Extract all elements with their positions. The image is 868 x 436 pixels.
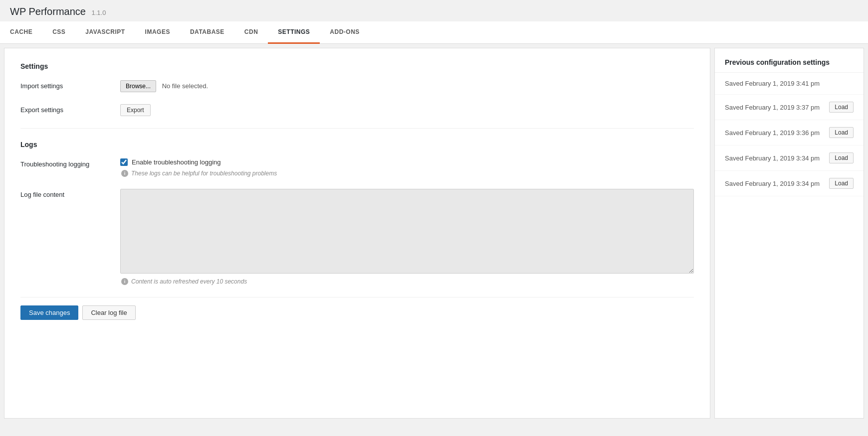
config-item: Saved February 1, 2019 3:34 pmLoad <box>715 145 864 171</box>
log-file-row: Log file content i Content is auto refre… <box>20 189 694 285</box>
import-settings-row: Import settings Browse... No file select… <box>20 80 694 92</box>
tabs-bar: CACHE CSS JAVASCRIPT IMAGES DATABASE CDN… <box>0 21 868 44</box>
clear-log-button[interactable]: Clear log file <box>82 305 135 320</box>
config-item: Saved February 1, 2019 3:34 pmLoad <box>715 171 864 196</box>
main-layout: Settings Import settings Browse... No fi… <box>0 44 868 423</box>
tab-settings[interactable]: SETTINGS <box>268 21 320 44</box>
config-item-text: Saved February 1, 2019 3:34 pm <box>725 180 820 187</box>
log-file-label: Log file content <box>20 189 120 198</box>
import-control: Browse... No file selected. <box>120 80 694 92</box>
load-button[interactable]: Load <box>829 102 854 113</box>
tab-addons[interactable]: ADD-ONS <box>320 21 370 44</box>
config-items: Saved February 1, 2019 3:41 pmSaved Febr… <box>715 73 864 196</box>
troubleshooting-row: Troubleshooting logging Enable troublesh… <box>20 158 694 177</box>
enable-logging-row: Enable troubleshooting logging <box>120 158 694 166</box>
tab-cdn[interactable]: CDN <box>234 21 268 44</box>
tab-javascript[interactable]: JAVASCRIPT <box>75 21 135 44</box>
settings-title: Settings <box>20 62 694 70</box>
export-button[interactable]: Export <box>120 104 151 116</box>
enable-logging-checkbox[interactable] <box>120 158 128 166</box>
config-item: Saved February 1, 2019 3:37 pmLoad <box>715 95 864 120</box>
save-button[interactable]: Save changes <box>20 305 78 320</box>
import-label: Import settings <box>20 80 120 90</box>
sidebar-panel: Previous configuration settings Saved Fe… <box>714 48 864 419</box>
app-header: WP Performance 1.1.0 CACHE CSS JAVASCRIP… <box>0 0 868 44</box>
logging-helper: i These logs can be helpful for troubles… <box>121 170 694 177</box>
load-button[interactable]: Load <box>829 152 854 163</box>
no-file-text: No file selected. <box>162 82 209 90</box>
config-item-text: Saved February 1, 2019 3:34 pm <box>725 154 820 162</box>
logs-title: Logs <box>20 141 694 148</box>
log-file-control: i Content is auto refreshed every 10 sec… <box>120 189 694 285</box>
content-panel: Settings Import settings Browse... No fi… <box>4 48 710 419</box>
load-button[interactable]: Load <box>829 127 854 138</box>
browse-button[interactable]: Browse... <box>120 80 156 92</box>
sidebar-title: Previous configuration settings <box>715 48 864 73</box>
auto-refresh-text: Content is auto refreshed every 10 secon… <box>131 278 247 285</box>
tab-database[interactable]: DATABASE <box>180 21 234 44</box>
logging-helper-text: These logs can be helpful for troublesho… <box>131 170 277 177</box>
config-item-text: Saved February 1, 2019 3:36 pm <box>725 129 820 137</box>
auto-refresh-helper: i Content is auto refreshed every 10 sec… <box>121 278 694 285</box>
export-settings-row: Export settings Export <box>20 104 694 116</box>
config-item-text: Saved February 1, 2019 3:37 pm <box>725 104 820 111</box>
enable-logging-label: Enable troubleshooting logging <box>132 158 221 166</box>
info-icon: i <box>121 170 128 177</box>
action-bar: Save changes Clear log file <box>20 297 694 320</box>
auto-refresh-icon: i <box>121 278 128 285</box>
app-title: WP Performance <box>10 6 86 17</box>
config-item: Saved February 1, 2019 3:36 pmLoad <box>715 120 864 145</box>
config-item: Saved February 1, 2019 3:41 pm <box>715 73 864 95</box>
export-label: Export settings <box>20 104 120 114</box>
troubleshooting-label: Troubleshooting logging <box>20 158 120 168</box>
config-item-text: Saved February 1, 2019 3:41 pm <box>725 80 820 87</box>
troubleshooting-control: Enable troubleshooting logging i These l… <box>120 158 694 177</box>
tab-css[interactable]: CSS <box>42 21 75 44</box>
log-textarea[interactable] <box>120 189 694 274</box>
divider-1 <box>20 128 694 129</box>
tab-cache[interactable]: CACHE <box>0 21 42 44</box>
app-version: 1.1.0 <box>91 9 106 16</box>
load-button[interactable]: Load <box>829 178 854 189</box>
tab-images[interactable]: IMAGES <box>135 21 180 44</box>
export-control: Export <box>120 104 694 116</box>
